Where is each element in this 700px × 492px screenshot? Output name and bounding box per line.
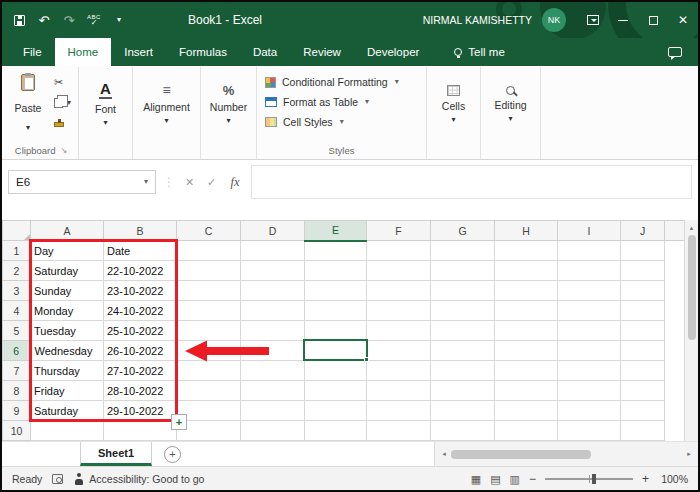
cell[interactable] [305, 241, 367, 261]
cell[interactable] [431, 401, 495, 421]
zoom-out-button[interactable]: − [529, 473, 536, 485]
vertical-scrollbar[interactable]: ▲ [684, 220, 698, 441]
cell-b7[interactable]: 27-10-2022 [104, 361, 177, 381]
redo-button[interactable]: ↷ [62, 8, 76, 32]
ribbon-display-options-button[interactable] [578, 2, 608, 38]
cell[interactable] [305, 401, 367, 421]
cell[interactable] [367, 281, 431, 301]
column-header-j[interactable]: J [621, 221, 665, 241]
tab-insert[interactable]: Insert [111, 38, 166, 66]
cell-b3[interactable]: 23-10-2022 [104, 281, 177, 301]
cell[interactable] [305, 361, 367, 381]
zoom-level[interactable]: 100% [658, 473, 688, 485]
number-menu-button[interactable]: % Number ▾ [205, 69, 252, 141]
cell[interactable] [495, 341, 558, 361]
user-name[interactable]: NIRMAL KAMISHETTY [423, 14, 532, 26]
cell-e6-selected[interactable] [305, 341, 367, 361]
cell[interactable] [495, 361, 558, 381]
column-header-g[interactable]: G [431, 221, 495, 241]
row-header-2[interactable]: 2 [3, 261, 31, 281]
copy-button[interactable]: ▾ [51, 94, 74, 111]
tab-review[interactable]: Review [290, 38, 354, 66]
cell[interactable] [431, 381, 495, 401]
close-button[interactable]: ✕ [668, 2, 698, 38]
autofill-options-button[interactable]: + [171, 414, 187, 430]
cell[interactable] [558, 301, 621, 321]
cell[interactable] [621, 401, 665, 421]
maximize-button[interactable] [638, 2, 668, 38]
cell[interactable] [241, 241, 305, 261]
cell-b9[interactable]: 29-10-2022 [104, 401, 177, 421]
cell[interactable] [431, 261, 495, 281]
cell[interactable] [495, 301, 558, 321]
alignment-menu-button[interactable]: ≡ Alignment ▾ [137, 69, 196, 141]
page-break-view-button[interactable]: ▥ [510, 474, 520, 485]
horizontal-scrollbar[interactable]: ◂ ▸ [434, 442, 698, 466]
zoom-slider-thumb[interactable] [592, 474, 596, 484]
row-header-1[interactable]: 1 [3, 241, 31, 261]
cell[interactable] [177, 381, 241, 401]
cell[interactable] [621, 361, 665, 381]
horizontal-scroll-thumb[interactable] [451, 450, 591, 459]
cell[interactable] [367, 241, 431, 261]
cell[interactable] [367, 381, 431, 401]
insert-function-button[interactable]: fx [226, 175, 244, 190]
tab-data[interactable]: Data [240, 38, 290, 66]
cell[interactable] [305, 381, 367, 401]
zoom-in-button[interactable]: + [642, 473, 649, 485]
cell[interactable] [431, 281, 495, 301]
column-header-c[interactable]: C [177, 221, 241, 241]
cell-b1[interactable]: Date [104, 241, 177, 261]
cell-a10[interactable] [31, 421, 104, 441]
cell[interactable] [621, 261, 665, 281]
cell[interactable] [241, 321, 305, 341]
row-header-7[interactable]: 7 [3, 361, 31, 381]
cell[interactable] [367, 321, 431, 341]
cell-b8[interactable]: 28-10-2022 [104, 381, 177, 401]
cell[interactable] [621, 341, 665, 361]
row-header-4[interactable]: 4 [3, 301, 31, 321]
spelling-button[interactable]: ABC ✓ [87, 8, 101, 32]
cell[interactable] [367, 261, 431, 281]
cell[interactable] [367, 401, 431, 421]
cell[interactable] [621, 381, 665, 401]
cell[interactable] [177, 321, 241, 341]
column-header-b[interactable]: B [104, 221, 177, 241]
conditional-formatting-button[interactable]: Conditional Formatting ▾ [261, 73, 422, 91]
cell[interactable] [367, 341, 431, 361]
row-header-5[interactable]: 5 [3, 321, 31, 341]
column-header-d[interactable]: D [241, 221, 305, 241]
row-header-10[interactable]: 10 [3, 421, 31, 441]
row-header-8[interactable]: 8 [3, 381, 31, 401]
cell[interactable] [241, 421, 305, 441]
format-as-table-button[interactable]: Format as Table ▾ [261, 93, 422, 111]
cell[interactable] [495, 421, 558, 441]
cell-b2[interactable]: 22-10-2022 [104, 261, 177, 281]
tab-home[interactable]: Home [55, 38, 112, 66]
cell[interactable] [305, 301, 367, 321]
paste-button[interactable]: Paste ▾ [8, 69, 48, 135]
cell[interactable] [621, 421, 665, 441]
select-all-button[interactable]: ◢ [3, 221, 31, 241]
tab-developer[interactable]: Developer [354, 38, 432, 66]
cell[interactable] [495, 281, 558, 301]
cell[interactable] [305, 321, 367, 341]
cell[interactable] [558, 401, 621, 421]
cancel-button[interactable]: ✕ [182, 176, 197, 189]
cell[interactable] [177, 301, 241, 321]
cell[interactable] [367, 421, 431, 441]
scroll-right-icon[interactable]: ▸ [682, 450, 696, 458]
cell[interactable] [367, 361, 431, 381]
font-menu-button[interactable]: A Font ▾ [83, 69, 128, 141]
column-header-e[interactable]: E [305, 221, 367, 241]
name-box[interactable]: E6 ▾ [8, 170, 156, 194]
row-header-6[interactable]: 6 [3, 341, 31, 361]
cell-a6[interactable]: Wednesday [31, 341, 104, 361]
cell[interactable] [177, 341, 241, 361]
tab-file[interactable]: File [10, 38, 55, 66]
enter-button[interactable]: ✓ [204, 176, 219, 189]
vertical-scroll-thumb[interactable] [688, 235, 696, 340]
cell[interactable] [241, 401, 305, 421]
customize-qat-dropdown[interactable]: ▾ [112, 8, 126, 32]
cell-b6[interactable]: 26-10-2022 [104, 341, 177, 361]
